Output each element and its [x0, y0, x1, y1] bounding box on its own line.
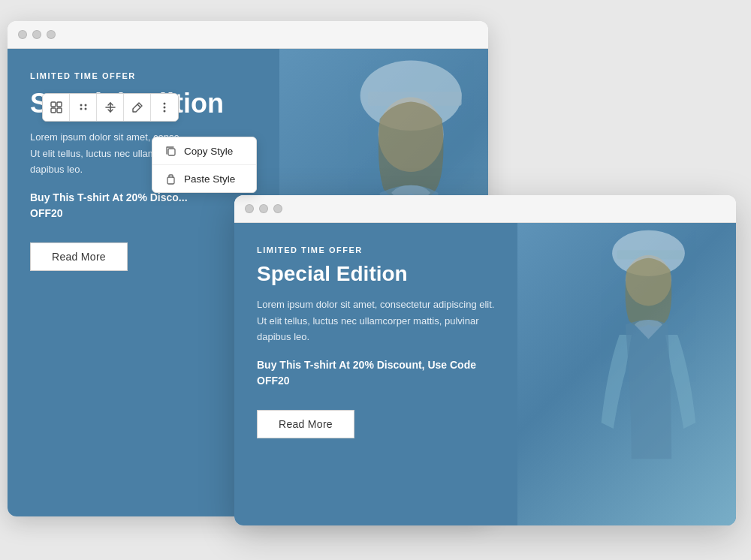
paste-style-label: Paste Style — [184, 173, 235, 185]
arrows-icon — [104, 101, 116, 113]
svg-rect-6 — [57, 108, 62, 113]
paste-svg — [165, 173, 176, 185]
svg-point-11 — [164, 103, 166, 105]
svg-point-12 — [164, 107, 166, 109]
svg-point-8 — [84, 104, 86, 107]
more-button[interactable] — [151, 94, 178, 121]
traffic-light-green — [47, 30, 56, 39]
front-read-more-button[interactable]: Read More — [257, 410, 354, 438]
front-hero-section: LIMITED TIME OFFER Special Edition Lorem… — [234, 223, 736, 525]
front-title-bar — [234, 195, 736, 223]
front-hero-title: Special Edition — [257, 262, 494, 286]
paste-icon — [164, 173, 176, 185]
grip-button[interactable] — [70, 94, 97, 121]
front-traffic-light-red — [245, 204, 254, 213]
context-menu: Copy Style Paste Style — [152, 137, 257, 193]
front-hero-body: Lorem ipsum dolor sit amet, consectetur … — [257, 297, 494, 345]
front-traffic-light-yellow — [259, 204, 268, 213]
paint-button[interactable] — [124, 94, 151, 121]
copy-icon — [164, 145, 176, 157]
traffic-light-yellow — [32, 30, 41, 39]
svg-rect-3 — [51, 102, 56, 107]
svg-point-9 — [80, 108, 82, 110]
front-person-image — [517, 223, 736, 525]
front-offer-label: LIMITED TIME OFFER — [257, 245, 494, 254]
toolbar — [42, 93, 179, 122]
copy-style-item[interactable]: Copy Style — [152, 137, 256, 164]
more-icon — [163, 101, 166, 113]
front-hero-content: LIMITED TIME OFFER Special Edition Lorem… — [257, 245, 494, 438]
svg-point-7 — [80, 104, 82, 107]
svg-rect-5 — [51, 108, 56, 113]
copy-svg — [165, 146, 176, 157]
front-hero-promo: Buy This T-shirt At 20% Discount, Use Co… — [257, 357, 494, 389]
svg-rect-15 — [167, 177, 174, 184]
svg-rect-4 — [57, 102, 62, 107]
arrows-button[interactable] — [97, 94, 124, 121]
traffic-light-red — [18, 30, 27, 39]
front-traffic-light-green — [273, 204, 282, 213]
back-read-more-button[interactable]: Read More — [30, 242, 128, 271]
back-hero-promo: Buy This T-shirt At 20% Disco... OFF20 — [30, 190, 224, 221]
layout-button[interactable] — [43, 94, 70, 121]
toolbar-group — [42, 93, 179, 122]
grip-icon — [78, 102, 89, 113]
front-window: LIMITED TIME OFFER Special Edition Lorem… — [234, 195, 736, 525]
paste-style-item[interactable]: Paste Style — [152, 164, 256, 192]
svg-point-10 — [84, 108, 86, 110]
svg-rect-14 — [168, 149, 175, 155]
back-offer-label: LIMITED TIME OFFER — [30, 71, 224, 80]
paint-icon — [131, 101, 143, 113]
back-title-bar — [8, 21, 488, 49]
front-person-svg — [517, 223, 736, 525]
layout-icon — [50, 101, 63, 114]
copy-style-label: Copy Style — [184, 146, 233, 157]
svg-point-13 — [164, 110, 166, 113]
